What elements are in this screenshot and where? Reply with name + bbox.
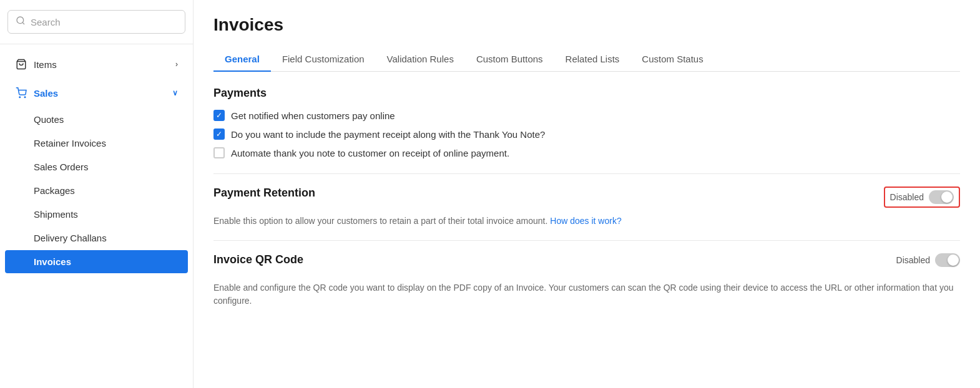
sidebar-item-invoices-label: Invoices: [34, 256, 71, 267]
sidebar-item-sales[interactable]: Sales ∨: [5, 79, 188, 107]
sidebar-item-retainer-invoices[interactable]: Retainer Invoices: [5, 132, 188, 155]
payment-retention-left: Payment Retention: [213, 187, 869, 210]
tab-custom-buttons[interactable]: Custom Buttons: [465, 47, 554, 72]
svg-point-0: [17, 17, 24, 24]
svg-line-1: [22, 22, 24, 24]
sidebar-item-items-label: Items: [34, 59, 57, 70]
payments-title: Payments: [213, 87, 960, 100]
checkbox-include-receipt-box[interactable]: ✓: [213, 129, 225, 140]
svg-point-4: [24, 97, 26, 98]
checkbox-notify-online-label: Get notified when customers pay online: [231, 110, 395, 121]
search-placeholder: Search: [31, 17, 61, 27]
sidebar-item-quotes-label: Quotes: [34, 114, 64, 125]
invoice-qr-toggle-row: Invoice QR Code Disabled: [213, 253, 960, 276]
sidebar: Search Items ›: [0, 0, 194, 388]
sidebar-item-packages-label: Packages: [34, 185, 75, 196]
sidebar-item-sales-label: Sales: [34, 88, 58, 99]
checkbox-notify-online-box[interactable]: ✓: [213, 110, 225, 121]
invoice-qr-left: Invoice QR Code: [213, 253, 881, 276]
tabs: General Field Customization Validation R…: [213, 47, 960, 72]
toggle-thumb: [941, 192, 953, 203]
nav-section: Items › Sales ∨ Quotes Retainer Invoices…: [0, 44, 193, 279]
checkbox-notify-online[interactable]: ✓ Get notified when customers pay online: [213, 110, 960, 121]
payment-retention-toggle-wrapper: Disabled: [884, 187, 960, 208]
sidebar-item-shipments[interactable]: Shipments: [5, 203, 188, 226]
sidebar-item-items[interactable]: Items ›: [5, 51, 188, 78]
sidebar-item-sales-orders[interactable]: Sales Orders: [5, 155, 188, 178]
search-container: Search: [0, 0, 193, 44]
invoice-qr-description: Enable and configure the QR code you wan…: [213, 281, 960, 308]
payments-section: Payments ✓ Get notified when customers p…: [213, 87, 960, 158]
invoice-qr-section: Invoice QR Code Disabled Enable and conf…: [213, 253, 960, 308]
tab-custom-status[interactable]: Custom Status: [630, 47, 714, 72]
tab-field-customization[interactable]: Field Customization: [271, 47, 376, 72]
tab-validation-rules[interactable]: Validation Rules: [376, 47, 465, 72]
shopping-bag-icon: [15, 58, 27, 70]
payment-retention-right: Disabled: [884, 187, 960, 208]
checkbox-group: ✓ Get notified when customers pay online…: [213, 110, 960, 158]
payment-retention-toggle-label: Disabled: [890, 192, 924, 202]
checkbox-include-receipt-label: Do you want to include the payment recei…: [231, 129, 545, 140]
toggle-thumb-qr: [948, 255, 959, 266]
payment-retention-title: Payment Retention: [213, 187, 869, 200]
checkbox-automate-thankyou-box[interactable]: [213, 147, 225, 158]
checkbox-include-receipt[interactable]: ✓ Do you want to include the payment rec…: [213, 129, 960, 140]
payment-retention-section: Payment Retention Disabled Enable this o…: [213, 187, 960, 228]
invoice-qr-title: Invoice QR Code: [213, 253, 881, 266]
sidebar-item-sales-orders-label: Sales Orders: [34, 162, 89, 172]
sidebar-item-delivery-challans-label: Delivery Challans: [34, 233, 107, 243]
sidebar-item-quotes[interactable]: Quotes: [5, 108, 188, 131]
invoice-qr-toggle[interactable]: [935, 253, 960, 267]
payment-retention-toggle-row: Payment Retention Disabled: [213, 187, 960, 210]
svg-point-3: [19, 97, 21, 98]
main-content: Invoices General Field Customization Val…: [194, 0, 980, 388]
checkmark-icon: ✓: [216, 130, 222, 138]
payment-retention-link[interactable]: How does it work?: [550, 216, 621, 226]
sidebar-item-shipments-label: Shipments: [34, 209, 78, 220]
search-box[interactable]: Search: [7, 10, 185, 34]
payment-retention-description: Enable this option to allow your custome…: [213, 215, 960, 228]
checkbox-automate-thankyou[interactable]: Automate thank you note to customer on r…: [213, 147, 960, 158]
tab-related-lists[interactable]: Related Lists: [554, 47, 631, 72]
sidebar-item-invoices[interactable]: Invoices: [5, 250, 188, 273]
divider-1: [213, 173, 960, 174]
chevron-right-icon: ›: [175, 60, 178, 69]
chevron-down-icon: ∨: [172, 89, 178, 97]
page-header: Invoices General Field Customization Val…: [194, 0, 980, 72]
checkbox-automate-thankyou-label: Automate thank you note to customer on r…: [231, 148, 509, 158]
divider-2: [213, 240, 960, 241]
checkmark-icon: ✓: [216, 112, 222, 119]
tab-general[interactable]: General: [213, 47, 271, 72]
invoice-qr-toggle-label: Disabled: [896, 255, 930, 265]
page-title: Invoices: [213, 15, 960, 35]
sidebar-item-packages[interactable]: Packages: [5, 179, 188, 202]
search-icon: [16, 16, 26, 28]
content-area: Payments ✓ Get notified when customers p…: [194, 72, 980, 388]
payment-retention-toggle[interactable]: [929, 190, 954, 204]
cart-icon: [15, 87, 27, 99]
invoice-qr-right: Disabled: [896, 253, 960, 267]
sidebar-item-delivery-challans[interactable]: Delivery Challans: [5, 226, 188, 250]
sidebar-item-retainer-invoices-label: Retainer Invoices: [34, 138, 106, 148]
